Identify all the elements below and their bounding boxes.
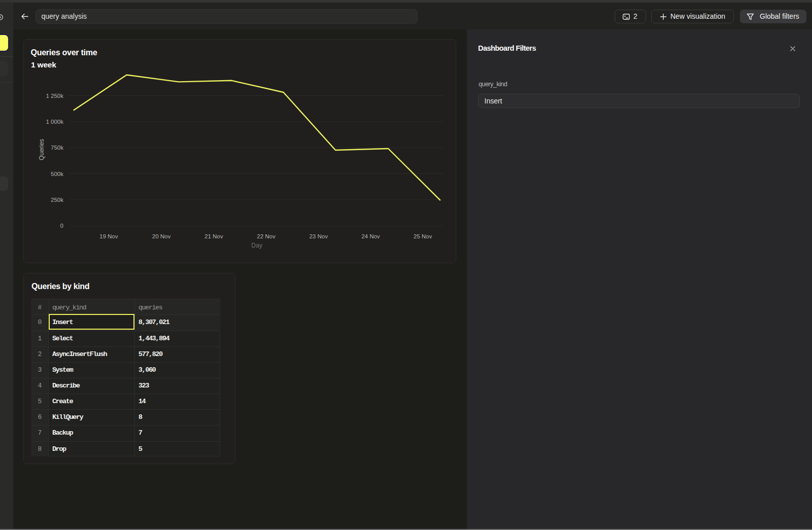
svg-text:24 Nov: 24 Nov	[361, 233, 380, 239]
svg-text:25 Nov: 25 Nov	[414, 233, 432, 239]
svg-text:22 Nov: 22 Nov	[257, 233, 276, 239]
svg-text:23 Nov: 23 Nov	[309, 233, 328, 239]
svg-text:250k: 250k	[51, 197, 63, 203]
svg-text:500k: 500k	[51, 171, 63, 177]
svg-text:20 Nov: 20 Nov	[152, 233, 171, 239]
svg-text:1 000k: 1 000k	[46, 119, 63, 125]
svg-text:750k: 750k	[51, 145, 63, 151]
svg-text:0: 0	[60, 223, 63, 229]
svg-text:Queries: Queries	[38, 139, 45, 160]
svg-text:21 Nov: 21 Nov	[205, 233, 223, 239]
svg-text:19 Nov: 19 Nov	[99, 233, 118, 239]
svg-text:1 250k: 1 250k	[46, 93, 63, 99]
svg-text:Day: Day	[251, 242, 262, 249]
